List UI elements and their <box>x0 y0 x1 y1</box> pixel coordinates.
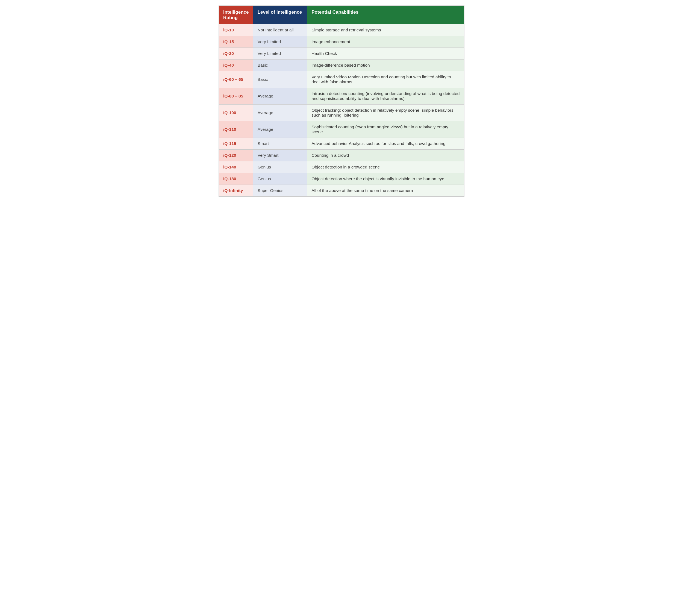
table-row: iQ-100AverageObject tracking; object det… <box>219 105 464 121</box>
table-row: iQ-80 – 85AverageIntrusion detection/ co… <box>219 88 464 105</box>
table-row: iQ-140GeniusObject detection in a crowde… <box>219 161 464 173</box>
cell-rating: iQ-180 <box>219 173 253 185</box>
cell-level: Average <box>253 88 307 105</box>
header-intelligence-rating: Intelligence Rating <box>219 6 253 24</box>
cell-level: Not Intelligent at all <box>253 24 307 36</box>
cell-capabilities: Image-difference based motion <box>307 60 464 71</box>
cell-rating: iQ-115 <box>219 138 253 150</box>
cell-level: Average <box>253 121 307 138</box>
table-row: iQ-15Very LimitedImage enhancement <box>219 36 464 48</box>
table-header-row: Intelligence Rating Level of Intelligenc… <box>219 6 464 24</box>
cell-level: Super Genius <box>253 185 307 197</box>
cell-rating: iQ-80 – 85 <box>219 88 253 105</box>
cell-level: Genius <box>253 161 307 173</box>
table-row: iQ-20Very LimitedHealth Check <box>219 48 464 60</box>
cell-rating: iQ-20 <box>219 48 253 60</box>
cell-rating: iQ-110 <box>219 121 253 138</box>
cell-level: Very Limited <box>253 36 307 48</box>
cell-capabilities: Health Check <box>307 48 464 60</box>
table-row: iQ-180GeniusObject detection where the o… <box>219 173 464 185</box>
header-level-of-intelligence: Level of Intelligence <box>253 6 307 24</box>
cell-rating: iQ-140 <box>219 161 253 173</box>
cell-level: Very Limited <box>253 48 307 60</box>
table-row: iQ-115SmartAdvanced behavior Analysis su… <box>219 138 464 150</box>
cell-rating: iQ-100 <box>219 105 253 121</box>
cell-capabilities: Very Limited Video Motion Detection and … <box>307 71 464 88</box>
table-row: iQ-110AverageSophisticated counting (eve… <box>219 121 464 138</box>
cell-rating: iQ-Infinity <box>219 185 253 197</box>
table-row: iQ-120Very SmartCounting in a crowd <box>219 150 464 161</box>
cell-capabilities: Object detection in a crowded scene <box>307 161 464 173</box>
intelligence-table: Intelligence Rating Level of Intelligenc… <box>218 5 465 197</box>
cell-rating: iQ-60 – 65 <box>219 71 253 88</box>
cell-capabilities: Intrusion detection/ counting (involving… <box>307 88 464 105</box>
cell-capabilities: Counting in a crowd <box>307 150 464 161</box>
cell-rating: iQ-15 <box>219 36 253 48</box>
cell-capabilities: All of the above at the same time on the… <box>307 185 464 197</box>
table-row: iQ-60 – 65BasicVery Limited Video Motion… <box>219 71 464 88</box>
cell-capabilities: Object detection where the object is vir… <box>307 173 464 185</box>
cell-capabilities: Advanced behavior Analysis such as for s… <box>307 138 464 150</box>
table-row: iQ-40BasicImage-difference based motion <box>219 60 464 71</box>
header-potential-capabilities: Potential Capabilities <box>307 6 464 24</box>
cell-level: Very Smart <box>253 150 307 161</box>
cell-capabilities: Object tracking; object detection in rel… <box>307 105 464 121</box>
table-row: iQ-InfinitySuper GeniusAll of the above … <box>219 185 464 197</box>
cell-capabilities: Image enhancement <box>307 36 464 48</box>
cell-level: Smart <box>253 138 307 150</box>
cell-capabilities: Simple storage and retrieval systems <box>307 24 464 36</box>
cell-capabilities: Sophisticated counting (even from angled… <box>307 121 464 138</box>
cell-level: Basic <box>253 60 307 71</box>
cell-level: Basic <box>253 71 307 88</box>
table-row: iQ-10Not Intelligent at allSimple storag… <box>219 24 464 36</box>
cell-level: Genius <box>253 173 307 185</box>
cell-rating: iQ-40 <box>219 60 253 71</box>
cell-rating: iQ-10 <box>219 24 253 36</box>
cell-rating: iQ-120 <box>219 150 253 161</box>
cell-level: Average <box>253 105 307 121</box>
